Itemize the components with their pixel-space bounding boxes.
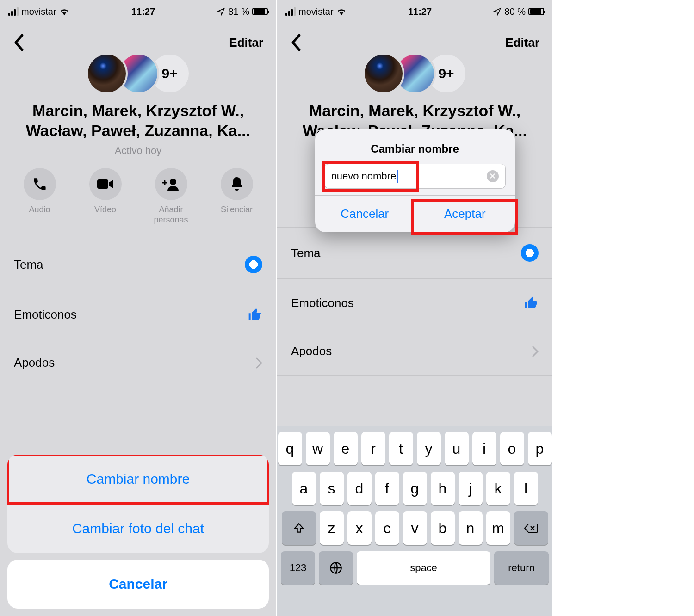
action-row: Audio Vídeo Añadir personas Silenciar [0,168,276,239]
keyboard-row-1: q w e r t y u i o p [281,432,549,465]
key-i[interactable]: i [472,432,496,465]
globe-key[interactable] [319,551,353,585]
group-avatars[interactable]: 9+ [277,53,552,94]
nicknames-row[interactable]: Apodos [277,327,552,376]
key-n[interactable]: n [459,511,483,545]
back-button[interactable] [13,33,24,52]
group-avatars[interactable]: 9+ [0,53,276,94]
wifi-icon [59,7,69,16]
chevron-right-icon [256,357,262,369]
alert-accept-button[interactable]: Aceptar [415,196,515,232]
key-z[interactable]: z [320,511,344,545]
key-u[interactable]: u [445,432,469,465]
key-f[interactable]: f [375,472,399,505]
thumbs-up-icon [248,307,262,322]
action-sheet: Cambiar nombre Cambiar foto del chat Can… [7,455,269,609]
clear-input-button[interactable]: ✕ [487,170,499,182]
alert-cancel-button[interactable]: Cancelar [315,196,415,232]
rename-alert: Cambiar nombre nuevo nombre ✕ Cancelar A… [315,129,515,232]
numbers-key[interactable]: 123 [281,551,315,585]
settings-list: Tema Emoticonos Apodos [277,227,552,376]
key-e[interactable]: e [334,432,358,465]
key-h[interactable]: h [431,472,455,505]
return-key[interactable]: return [494,551,549,585]
edit-button[interactable]: Editar [229,36,263,50]
theme-color-icon [245,256,262,273]
text-caret [397,170,398,183]
avatar [363,53,404,94]
status-bar: movistar 11:27 80 % [277,0,552,23]
key-t[interactable]: t [389,432,413,465]
nicknames-label: Apodos [291,344,332,358]
carrier-label: movistar [298,6,334,17]
key-w[interactable]: w [306,432,330,465]
edit-button[interactable]: Editar [505,36,539,50]
emoji-row[interactable]: Emoticonos [277,279,552,327]
name-input[interactable]: nuevo nombre ✕ [324,164,506,189]
key-s[interactable]: s [320,472,344,505]
add-person-icon [155,168,187,200]
shift-key[interactable] [282,511,316,545]
space-key[interactable]: space [357,551,490,585]
key-v[interactable]: v [403,511,427,545]
add-people-button[interactable]: Añadir personas [146,168,196,225]
keyboard-row-3: z x c v b n m [281,511,549,545]
video-icon [89,168,122,200]
audio-label: Audio [29,205,50,215]
key-g[interactable]: g [403,472,427,505]
signal-icon [8,7,19,16]
mute-button[interactable]: Silenciar [212,168,262,225]
keyboard: q w e r t y u i o p a s d f g h j k l z [277,426,552,616]
mute-label: Silenciar [221,205,253,215]
svg-rect-0 [97,179,108,189]
key-b[interactable]: b [431,511,455,545]
key-k[interactable]: k [486,472,510,505]
nicknames-row[interactable]: Apodos [0,339,276,387]
key-a[interactable]: a [292,472,316,505]
key-q[interactable]: q [278,432,302,465]
emoji-row[interactable]: Emoticonos [0,290,276,339]
key-p[interactable]: p [528,432,552,465]
alert-buttons: Cancelar Aceptar [315,195,515,232]
status-left: movistar [285,6,347,17]
key-y[interactable]: y [417,432,441,465]
screenshot-left: movistar 11:27 81 % Editar 9+ Marcin, Ma… [0,0,276,616]
sheet-cancel-button[interactable]: Cancelar [7,560,269,609]
phone-icon [24,168,56,200]
theme-row[interactable]: Tema [0,239,276,290]
key-x[interactable]: x [347,511,372,545]
video-call-button[interactable]: Vídeo [81,168,130,225]
key-c[interactable]: c [375,511,399,545]
wifi-icon [336,7,347,16]
battery-pct: 80 % [504,6,526,17]
back-button[interactable] [290,33,301,52]
add-label: Añadir personas [146,205,196,225]
avatar [86,53,128,94]
settings-list: Tema Emoticonos Apodos [0,239,276,387]
theme-label: Tema [14,258,43,272]
group-name: Marcin, Marek, Krzysztof W., Wacław, Paw… [0,94,276,142]
key-o[interactable]: o [500,432,524,465]
key-d[interactable]: d [347,472,372,505]
key-j[interactable]: j [459,472,483,505]
status-time: 11:27 [131,6,155,17]
battery-icon [528,8,544,15]
backspace-key[interactable] [514,511,548,545]
signal-icon [285,7,296,16]
svg-point-1 [170,179,176,185]
change-name-button[interactable]: Cambiar nombre [7,455,269,504]
bell-icon [221,168,253,200]
status-time: 11:27 [408,6,432,17]
theme-color-icon [521,244,539,262]
action-sheet-group: Cambiar nombre Cambiar foto del chat [7,455,269,553]
key-l[interactable]: l [514,472,538,505]
keyboard-row-2: a s d f g h j k l [281,472,549,505]
key-r[interactable]: r [361,432,385,465]
keyboard-row-4: 123 space return [281,551,549,585]
theme-row[interactable]: Tema [277,227,552,279]
change-photo-button[interactable]: Cambiar foto del chat [7,504,269,553]
location-icon [493,7,502,16]
audio-call-button[interactable]: Audio [15,168,65,225]
key-m[interactable]: m [486,511,510,545]
thumbs-up-icon [524,296,539,310]
